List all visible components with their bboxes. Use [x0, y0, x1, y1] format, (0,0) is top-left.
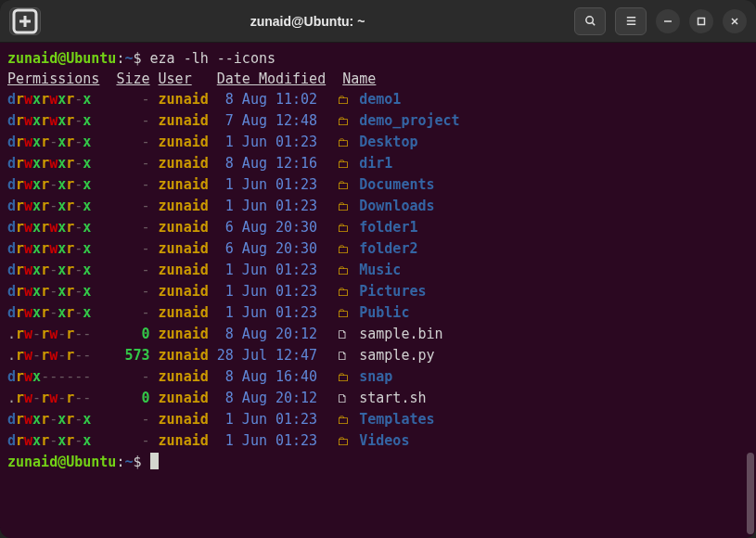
entry-name: folder1	[359, 219, 417, 236]
folder-icon: 🗀	[334, 431, 351, 452]
prompt-user-host: zunaid@Ubuntu	[7, 50, 116, 67]
folder-icon: 🗀	[334, 218, 351, 238]
folder-icon: 🗀	[334, 303, 351, 324]
header-row: Permissions Size User Date Modified Name	[7, 69, 749, 89]
header-permissions: Permissions	[7, 70, 99, 87]
folder-icon: 🗀	[334, 410, 351, 430]
list-row: drwx------ - zunaid 8 Aug 16:40 🗀 snap	[7, 366, 749, 388]
header-user: User	[159, 70, 192, 87]
hamburger-menu-button[interactable]	[615, 7, 647, 35]
entry-name: start.sh	[359, 390, 426, 406]
entry-name: snap	[359, 368, 392, 385]
entry-name: dir1	[359, 155, 392, 172]
entry-name: Downloads	[359, 198, 434, 214]
header-name: Name	[342, 70, 376, 87]
list-row: drwxr-xr-x - zunaid 1 Jun 01:23 🗀 Public	[7, 302, 749, 324]
search-button[interactable]	[574, 7, 606, 35]
terminal-window: zunaid@Ubuntu: ~ zunaid@	[0, 0, 756, 538]
list-row: drwxrwxr-x - zunaid 7 Aug 12:48 🗀 demo_p…	[7, 110, 749, 132]
file-icon: 🗋	[334, 325, 351, 345]
list-row: drwxrwxr-x - zunaid 8 Aug 12:16 🗀 dir1	[7, 153, 749, 174]
entry-name: Videos	[359, 432, 409, 449]
minimize-button[interactable]	[656, 9, 680, 33]
list-row: .rw-rw-r-- 0 zunaid 8 Aug 20:12 🗋 sample…	[7, 324, 749, 345]
list-row: drwxr-xr-x - zunaid 1 Jun 01:23 🗀 Templa…	[7, 409, 749, 430]
cursor	[150, 453, 159, 469]
list-row: .rw-rw-r-- 573 zunaid 28 Jul 12:47 🗋 sam…	[7, 345, 749, 366]
list-row: drwxrwxr-x - zunaid 6 Aug 20:30 🗀 folder…	[7, 238, 749, 260]
folder-icon: 🗀	[334, 282, 351, 302]
terminal-body[interactable]: zunaid@Ubuntu:~$ eza -lh --icons Permiss…	[0, 43, 756, 538]
folder-icon: 🗀	[334, 90, 351, 110]
listing-rows: drwxrwxr-x - zunaid 8 Aug 11:02 🗀 demo1d…	[7, 89, 749, 452]
folder-icon: 🗀	[334, 133, 351, 153]
header-size: Size	[116, 70, 149, 87]
command-text: eza -lh --icons	[150, 50, 275, 67]
prompt-dollar: $	[133, 50, 141, 67]
list-row: drwxr-xr-x - zunaid 1 Jun 01:23 🗀 Videos	[7, 430, 749, 452]
entry-name: Music	[359, 262, 401, 278]
folder-icon: 🗀	[334, 197, 351, 217]
entry-name: Pictures	[359, 283, 426, 300]
svg-rect-2	[698, 18, 705, 24]
entry-name: Public	[359, 304, 409, 321]
folder-icon: 🗀	[334, 175, 351, 196]
list-row: drwxr-xr-x - zunaid 1 Jun 01:23 🗀 Pictur…	[7, 281, 749, 302]
maximize-button[interactable]	[689, 9, 713, 33]
list-row: drwxrwxr-x - zunaid 6 Aug 20:30 🗀 folder…	[7, 217, 749, 238]
list-row: .rw-rw-r-- 0 zunaid 8 Aug 20:12 🗋 start.…	[7, 388, 749, 409]
entry-name: sample.py	[359, 347, 434, 364]
file-icon: 🗋	[334, 346, 351, 366]
folder-icon: 🗀	[334, 367, 351, 388]
header-date-modified: Date Modified	[217, 70, 326, 87]
list-row: drwxr-xr-x - zunaid 1 Jun 01:23 🗀 Docume…	[7, 174, 749, 196]
window-title: zunaid@Ubuntu: ~	[41, 14, 574, 29]
list-row: drwxr-xr-x - zunaid 1 Jun 01:23 🗀 Deskto…	[7, 132, 749, 153]
folder-icon: 🗀	[334, 154, 351, 174]
entry-name: Desktop	[359, 134, 417, 150]
scrollbar-thumb[interactable]	[747, 453, 754, 534]
entry-name: Templates	[359, 411, 434, 428]
folder-icon: 🗀	[334, 111, 351, 132]
new-tab-button[interactable]	[9, 7, 41, 35]
file-icon: 🗋	[334, 389, 351, 409]
prompt-line-1: zunaid@Ubuntu:~$ eza -lh --icons	[7, 48, 749, 69]
entry-name: Documents	[359, 176, 434, 193]
entry-name: folder2	[359, 240, 417, 257]
titlebar: zunaid@Ubuntu: ~	[0, 0, 756, 43]
folder-icon: 🗀	[334, 261, 351, 281]
list-row: drwxr-xr-x - zunaid 1 Jun 01:23 🗀 Music	[7, 260, 749, 281]
entry-name: demo_project	[359, 112, 459, 129]
folder-icon: 🗀	[334, 239, 351, 260]
list-row: drwxr-xr-x - zunaid 1 Jun 01:23 🗀 Downlo…	[7, 196, 749, 217]
entry-name: sample.bin	[359, 326, 442, 342]
entry-name: demo1	[359, 91, 401, 108]
prompt-line-2: zunaid@Ubuntu:~$	[7, 452, 749, 472]
svg-point-1	[585, 17, 593, 24]
close-button[interactable]	[723, 9, 747, 33]
list-row: drwxrwxr-x - zunaid 8 Aug 11:02 🗀 demo1	[7, 89, 749, 110]
